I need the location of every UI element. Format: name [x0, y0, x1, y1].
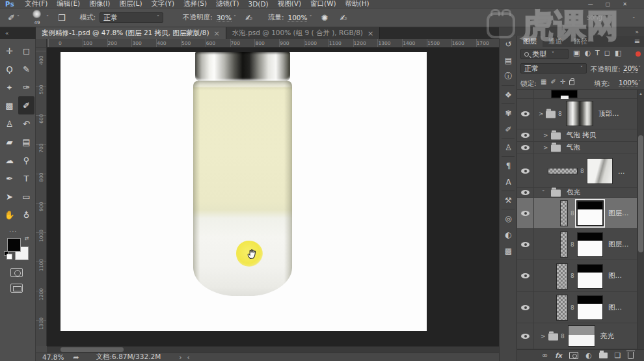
tool-presets-panel-icon[interactable]: ⚒ — [500, 192, 517, 208]
canvas-pasteboard[interactable] — [47, 47, 499, 346]
menu-item[interactable]: 图像(I) — [85, 0, 114, 8]
clone-source-panel-icon[interactable]: ♙ — [500, 139, 517, 155]
filter-pixel-layers-icon[interactable]: ▣ — [573, 49, 580, 57]
fill-value[interactable]: 100% — [619, 79, 638, 87]
layer-row-group[interactable]: > 气泡 — [517, 142, 637, 154]
layer-thumbnail[interactable] — [556, 263, 568, 289]
character-panel-icon[interactable]: ¶ — [500, 157, 517, 174]
airbrush-icon[interactable]: ✺ — [321, 14, 328, 22]
crop-tool[interactable]: ⌖ — [1, 78, 18, 96]
tab-paths[interactable]: 路径 — [568, 36, 593, 47]
visibility-eye-icon[interactable] — [521, 334, 530, 339]
pen-tool[interactable]: ✒ — [1, 169, 18, 187]
layer-row-partial[interactable] — [517, 90, 637, 99]
layer-name[interactable]: 亮光 — [600, 332, 614, 341]
filter-type-layers-icon[interactable]: T — [595, 49, 600, 57]
tab-close-icon[interactable]: × — [214, 29, 220, 38]
smudge-tool[interactable]: ☁ — [1, 151, 18, 169]
expand-arrow-icon[interactable]: > — [543, 144, 548, 151]
visibility-eye-icon[interactable] — [521, 211, 530, 216]
pressure-opacity-icon[interactable]: ✍ — [245, 14, 252, 22]
layer-mask-thumbnail[interactable] — [566, 101, 593, 126]
tab-close-icon[interactable]: × — [368, 29, 373, 38]
swap-colors-icon[interactable]: ⇄ — [25, 235, 29, 241]
quick-selection-tool[interactable]: ✎ — [18, 60, 34, 78]
move-tool[interactable]: ✛ — [1, 42, 18, 60]
brush-presets-panel-icon[interactable]: ✾ — [500, 105, 517, 121]
dock-collapse-icon[interactable]: » — [635, 29, 639, 35]
layer-name[interactable]: 图层… — [608, 240, 629, 249]
menu-item[interactable]: 视图(V) — [273, 0, 306, 8]
menu-item[interactable]: 3D(D) — [244, 0, 273, 8]
layer-name[interactable]: 气泡 — [567, 143, 580, 152]
type-tool[interactable]: T — [18, 169, 34, 187]
tab-channels[interactable]: 通道 — [543, 36, 568, 47]
layer-thumbnail[interactable] — [560, 232, 568, 258]
layer-thumbnail[interactable] — [551, 90, 578, 98]
lock-all-icon[interactable] — [569, 80, 574, 85]
menu-item[interactable]: 文件(F) — [20, 0, 52, 8]
zoom-level[interactable]: 47.8% — [42, 353, 64, 361]
layer-style-icon[interactable]: fx — [555, 353, 562, 359]
layer-row-group[interactable]: > 气泡 拷贝 — [517, 129, 637, 142]
opacity-value[interactable]: 30% — [217, 14, 232, 22]
layer-row[interactable]: 8 … — [517, 154, 637, 188]
panel-menu-icon[interactable]: ≡ — [634, 37, 640, 46]
history-panel-icon[interactable]: ↺ — [500, 36, 517, 52]
adjustments-panel-icon[interactable]: ◐ — [500, 226, 517, 243]
maximize-icon[interactable]: ▢ — [606, 1, 611, 7]
pressure-size-icon[interactable]: ✍ — [340, 14, 347, 22]
spot-healing-brush-tool[interactable]: ▩ — [1, 96, 18, 114]
menu-item[interactable]: 图层(L) — [114, 0, 146, 8]
brush-tool[interactable]: ✐ — [18, 96, 34, 114]
status-next-icon[interactable]: › — [179, 353, 181, 361]
dodge-tool[interactable]: ⚲ — [18, 151, 34, 169]
layer-name[interactable]: 气泡 拷贝 — [567, 131, 596, 140]
layer-row-selected[interactable]: 8 图层… — [517, 198, 637, 229]
layer-row[interactable]: 8 图层… — [517, 229, 637, 260]
layer-name[interactable]: 图层… — [608, 209, 629, 218]
layer-mask-thumbnail[interactable] — [577, 232, 603, 257]
marquee-tool[interactable]: ◻ — [18, 42, 34, 60]
layer-mask-thumbnail[interactable] — [577, 295, 603, 320]
minimize-icon[interactable]: — — [588, 1, 593, 7]
new-group-icon[interactable] — [599, 353, 608, 358]
filter-shape-layers-icon[interactable]: ◻ — [604, 49, 610, 57]
layer-row-group[interactable]: > 8 亮光 — [517, 323, 637, 349]
visibility-eye-icon[interactable] — [521, 133, 530, 138]
brush-panel-toggle-icon[interactable]: ❒ — [58, 14, 66, 22]
layer-name[interactable]: 图… — [608, 303, 622, 312]
chevron-down-icon[interactable]: ˅ — [234, 15, 236, 21]
layer-thumbnail[interactable] — [556, 295, 568, 321]
shape-tool[interactable]: ▭ — [18, 187, 34, 206]
glyphs-panel-icon[interactable]: A — [500, 174, 517, 190]
layers-scrollbar-thumb[interactable] — [638, 135, 643, 252]
path-selection-tool[interactable]: ➤ — [1, 187, 18, 206]
tools-collapse-icon[interactable]: « — [0, 30, 36, 36]
layer-mask-thumbnail[interactable] — [587, 158, 613, 184]
expand-arrow-icon[interactable]: > — [543, 132, 548, 139]
layer-blend-mode-select[interactable]: 正常 ˅ — [520, 63, 587, 74]
brush-preset-picker[interactable]: 49 — [30, 10, 44, 25]
chevron-down-icon[interactable]: ˅ — [632, 16, 636, 23]
menu-item[interactable]: 选择(S) — [179, 0, 211, 8]
chevron-down-icon[interactable]: ˅ — [638, 66, 641, 72]
menu-item[interactable]: 文字(Y) — [147, 0, 180, 8]
eraser-tool[interactable]: ▰ — [1, 133, 18, 151]
libraries-panel-icon[interactable]: ◎ — [500, 210, 517, 226]
layer-mask-thumbnail[interactable] — [568, 325, 595, 347]
layer-mask-thumbnail[interactable] — [577, 264, 603, 289]
zoom-tool[interactable]: ♁ — [18, 206, 34, 224]
layer-row-group[interactable]: ˅ 包光 — [517, 188, 637, 198]
visibility-eye-icon[interactable] — [521, 168, 530, 174]
layer-mask-thumbnail[interactable] — [577, 201, 603, 226]
chevron-down-icon[interactable]: ˅ — [46, 15, 49, 21]
status-prev-icon[interactable]: ‹ — [187, 353, 189, 361]
horizontal-scrollbar-thumb[interactable] — [60, 347, 124, 352]
navigator-panel-icon[interactable]: ▩ — [500, 243, 517, 259]
export-icon[interactable]: ➦ — [73, 353, 79, 361]
new-layer-icon[interactable]: ❏ — [615, 352, 621, 359]
chevron-down-icon[interactable]: ˅ — [638, 80, 641, 86]
menu-item[interactable]: 窗口(W) — [306, 0, 341, 8]
lock-transparency-icon[interactable]: ▦ — [541, 78, 546, 85]
